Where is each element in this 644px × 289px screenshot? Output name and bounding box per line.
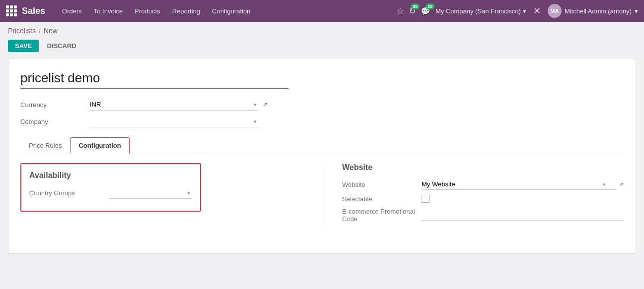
currency-label: Currency: [20, 101, 90, 109]
company-dropdown-icon: ▾: [523, 7, 526, 15]
nav-configuration[interactable]: Configuration: [207, 4, 255, 18]
currency-external-link-icon[interactable]: ↗: [263, 101, 268, 108]
nav-reporting[interactable]: Reporting: [167, 4, 205, 18]
form-card: Currency INR ↗ Company: [8, 58, 636, 254]
website-section-title: Website: [342, 163, 624, 172]
country-groups-select-wrapper: [109, 187, 192, 199]
user-avatar: MA: [548, 4, 562, 18]
ecommerce-promo-field-row: E-commerce Promotional Code: [342, 208, 624, 223]
availability-box: Availability Country Groups: [20, 163, 201, 212]
save-button[interactable]: SAVE: [8, 40, 39, 52]
user-dropdown-icon: ▾: [635, 7, 638, 15]
refresh-icon[interactable]: ↻ 38: [409, 6, 416, 16]
user-name: Mitchell Admin (antony): [565, 7, 632, 15]
company-select-wrapper: [90, 116, 259, 127]
website-select[interactable]: My Website: [422, 179, 616, 190]
currency-field-row: Currency INR ↗: [20, 99, 624, 111]
currency-value-container: INR ↗: [90, 99, 268, 111]
breadcrumb-separator: /: [39, 27, 41, 35]
ecommerce-promo-input[interactable]: [422, 210, 624, 221]
star-icon[interactable]: ☆: [396, 5, 404, 16]
ecommerce-promo-label: E-commerce Promotional Code: [342, 208, 422, 223]
app-brand: Sales: [22, 6, 45, 16]
user-menu[interactable]: MA Mitchell Admin (antony) ▾: [548, 4, 638, 18]
company-name: My Company (San Francisco): [435, 7, 521, 15]
website-section: Website Website My Website ▾ ↗: [322, 163, 624, 228]
tabs-bar: Price Rules Configuration: [20, 137, 624, 153]
company-field-row: Company: [20, 116, 624, 127]
messages-icon[interactable]: 💬 28: [421, 6, 430, 16]
grid-menu-icon[interactable]: [6, 5, 17, 16]
selectable-field-row: Selectable: [342, 195, 624, 203]
messages-badge: 28: [426, 3, 434, 9]
company-selector[interactable]: My Company (San Francisco) ▾: [435, 7, 526, 15]
availability-section: Availability Country Groups: [20, 163, 322, 228]
page-content: Pricelists / New SAVE DISCARD Currency I…: [0, 22, 644, 254]
nav-to-invoice[interactable]: To Invoice: [89, 4, 128, 18]
availability-section-title: Availability: [29, 171, 192, 180]
currency-select-wrapper: INR: [90, 99, 259, 111]
breadcrumb-current: New: [44, 27, 58, 35]
website-label: Website: [342, 181, 422, 188]
country-groups-input[interactable]: [109, 187, 192, 199]
nav-products[interactable]: Products: [130, 4, 165, 18]
selectable-checkbox[interactable]: [422, 195, 429, 203]
refresh-badge: 38: [411, 3, 420, 9]
top-menu: Orders To Invoice Products Reporting Con…: [57, 4, 396, 18]
tab-content-configuration: Availability Country Groups Website Webs…: [20, 153, 624, 237]
breadcrumb: Pricelists / New: [8, 27, 636, 35]
company-value-container: [90, 116, 259, 127]
discard-button[interactable]: DISCARD: [43, 40, 80, 52]
topnav: Sales Orders To Invoice Products Reporti…: [0, 0, 644, 22]
pricelist-name-input[interactable]: [20, 70, 288, 89]
toolbar: SAVE DISCARD: [8, 40, 636, 52]
country-groups-label: Country Groups: [29, 189, 109, 197]
nav-orders[interactable]: Orders: [57, 4, 87, 18]
tab-price-rules[interactable]: Price Rules: [20, 137, 70, 153]
country-groups-row: Country Groups: [29, 187, 192, 199]
currency-select[interactable]: INR: [90, 99, 259, 111]
selectable-label: Selectable: [342, 195, 422, 203]
website-external-link-icon[interactable]: ↗: [619, 181, 624, 188]
company-label: Company: [20, 118, 90, 125]
close-icon[interactable]: ✕: [531, 5, 543, 16]
company-select[interactable]: [90, 116, 259, 127]
website-field-row: Website My Website ▾ ↗: [342, 179, 624, 190]
breadcrumb-parent[interactable]: Pricelists: [8, 27, 36, 35]
topnav-right: ☆ ↻ 38 💬 28 My Company (San Francisco) ▾…: [396, 4, 638, 18]
tab-configuration[interactable]: Configuration: [70, 137, 129, 153]
